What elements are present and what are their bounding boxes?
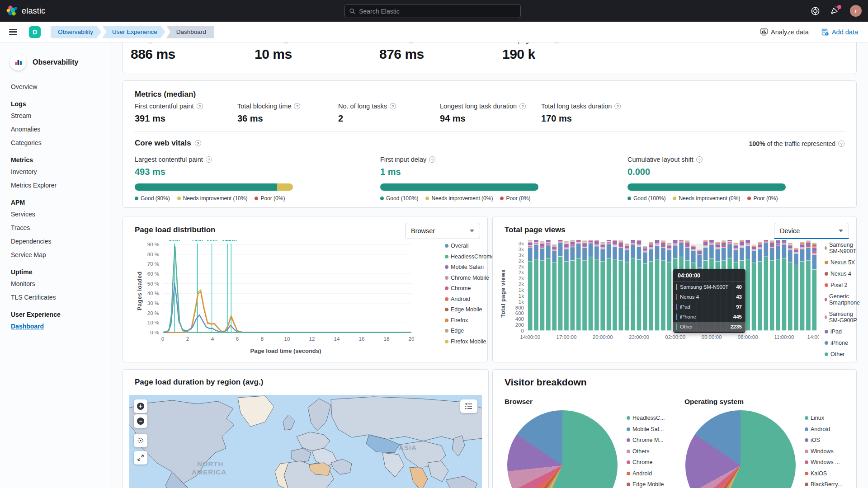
help-icon[interactable]: [810, 6, 820, 16]
bar-segment: [643, 246, 647, 247]
sidebar-item-dependencies[interactable]: Dependencies: [11, 238, 112, 245]
info-icon[interactable]: ?: [390, 103, 396, 109]
elastic-logo[interactable]: elastic: [0, 5, 45, 17]
legend-item[interactable]: HeadlessChrome: [445, 253, 495, 260]
sidebar-section-heading: APM: [11, 199, 112, 206]
legend-item[interactable]: Edge: [445, 328, 495, 334]
legend-item[interactable]: Edge Mobile: [445, 306, 495, 313]
legend-item[interactable]: Mobile Safari: [445, 264, 495, 270]
sidebar-item-tls-certificates[interactable]: TLS Certificates: [11, 294, 112, 301]
sidebar-item-stream[interactable]: Stream: [11, 112, 112, 119]
sidebar-item-anomalies[interactable]: Anomalies: [11, 126, 112, 133]
sidebar-item-service-map[interactable]: Service Map: [11, 251, 112, 258]
page-views-chart[interactable]: 3k3k3k2k2k2k2k2k1k1k1k800600400200014:00…: [506, 240, 819, 344]
breadcrumb-item[interactable]: User Experience: [102, 26, 165, 38]
bar-segment: [806, 241, 811, 241]
legend-item[interactable]: Mobile Saf...: [627, 426, 665, 432]
legend-item[interactable]: Overall: [445, 243, 495, 249]
breakdown-select-browser[interactable]: Browser: [405, 223, 480, 239]
breakdown-select-device[interactable]: Device: [774, 223, 849, 239]
sidebar-item-categories[interactable]: Categories: [11, 139, 112, 146]
legend-item[interactable]: Nexus 4: [825, 271, 861, 277]
legend-item[interactable]: Firefox Mobile: [445, 338, 495, 345]
pv-y-axis-label: Total page views: [500, 269, 506, 318]
search-input[interactable]: [359, 8, 516, 15]
bar-segment: [800, 248, 805, 249]
legend-item[interactable]: Chrome: [627, 459, 665, 465]
sidebar-item-dashboard[interactable]: Dashboard: [11, 323, 112, 330]
legend-item[interactable]: BlackBerry...: [805, 481, 842, 488]
sidebar-item-inventory[interactable]: Inventory: [11, 168, 112, 175]
legend-item[interactable]: KaiOS: [805, 470, 842, 477]
legend-item[interactable]: iPhone: [825, 340, 861, 346]
legend-item[interactable]: Chrome M...: [627, 437, 665, 443]
bar-segment: [582, 241, 587, 242]
bar-segment: [649, 244, 653, 244]
legend-item[interactable]: Other: [825, 351, 861, 357]
bar-segment: [594, 245, 599, 246]
legend-item[interactable]: Linux: [805, 415, 842, 421]
legend-item[interactable]: Android: [445, 296, 495, 302]
legend-item[interactable]: Chrome: [445, 285, 495, 291]
analyze-data-button[interactable]: Analyze data: [760, 28, 809, 36]
svg-text:1k: 1k: [519, 293, 524, 299]
map-zoom-in-button[interactable]: [134, 399, 147, 413]
legend-item[interactable]: Generic Smartphone: [825, 293, 861, 306]
legend-item[interactable]: Windows: [805, 448, 842, 455]
bar-segment: [800, 262, 805, 330]
legend-item[interactable]: Nexus 5X: [825, 259, 861, 266]
global-search[interactable]: [344, 4, 521, 18]
menu-icon[interactable]: [9, 29, 17, 35]
map-expand-button[interactable]: [134, 451, 147, 465]
browser-pie-chart[interactable]: [507, 410, 618, 488]
os-pie-chart[interactable]: [685, 410, 796, 488]
info-icon[interactable]: ?: [197, 103, 203, 109]
bar-segment: [576, 243, 581, 244]
legend-item[interactable]: Edge Mobile: [627, 481, 665, 488]
legend-item[interactable]: Others: [627, 448, 665, 455]
distribution-chart[interactable]: 0 %10 %20 %30 %40 %50 %60 %70 %80 %90 %0…: [143, 240, 450, 344]
legend-item[interactable]: HeadlessC...: [627, 415, 665, 421]
add-data-button[interactable]: Add data: [821, 28, 858, 36]
user-avatar[interactable]: r: [850, 5, 862, 17]
newsfeed-icon[interactable]: [830, 6, 840, 16]
map-zoom-out-button[interactable]: [134, 414, 147, 428]
sidebar-item-traces[interactable]: Traces: [11, 224, 112, 231]
legend-item[interactable]: iOS: [805, 437, 842, 443]
info-icon[interactable]: ?: [696, 156, 703, 163]
bar-segment: [625, 245, 629, 246]
info-icon[interactable]: ?: [429, 156, 435, 163]
bar-segment: [734, 244, 738, 244]
info-icon[interactable]: ?: [294, 103, 300, 109]
info-icon[interactable]: ?: [614, 103, 621, 109]
legend-item[interactable]: Android: [627, 470, 665, 477]
legend-item[interactable]: Firefox: [445, 317, 495, 324]
bar-segment: [673, 244, 678, 244]
bar-segment: [600, 244, 605, 244]
sidebar-item-monitors[interactable]: Monitors: [11, 280, 112, 287]
world-map[interactable]: NORTH AMERICA ASIA: [129, 395, 482, 488]
map-layers-button[interactable]: [460, 399, 477, 413]
sidebar-item-services[interactable]: Services: [11, 211, 112, 218]
legend-item[interactable]: Samsung SM-N900T: [825, 242, 861, 254]
bar-segment: [607, 240, 611, 241]
sidebar-item-overview[interactable]: Overview: [11, 83, 112, 90]
legend-item[interactable]: Pixel 2: [825, 282, 861, 288]
legend-item[interactable]: Android: [805, 426, 842, 432]
breadcrumb-item[interactable]: Observability: [51, 26, 101, 38]
info-icon[interactable]: ?: [195, 140, 201, 146]
app-badge[interactable]: D: [29, 26, 41, 38]
bar-segment: [703, 242, 708, 245]
sidebar-item-metrics-explorer[interactable]: Metrics Explorer: [11, 182, 112, 189]
info-icon[interactable]: ?: [206, 156, 212, 163]
bar-segment: [649, 242, 653, 243]
bar-segment: [770, 248, 774, 261]
legend-item[interactable]: Windows ...: [805, 459, 842, 465]
info-icon[interactable]: ?: [838, 141, 844, 147]
bar-segment: [546, 245, 551, 258]
legend-item[interactable]: iPad: [825, 328, 861, 335]
info-icon[interactable]: ?: [519, 103, 526, 109]
legend-item[interactable]: Chrome Mobile: [445, 275, 495, 281]
map-locate-button[interactable]: [134, 434, 147, 447]
legend-item[interactable]: Samsung SM-G900P: [825, 311, 861, 324]
